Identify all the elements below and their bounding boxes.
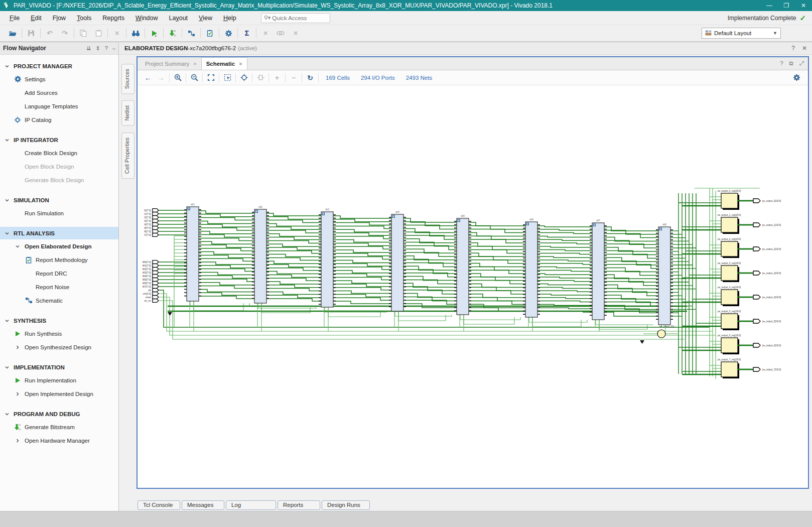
flow-item-generate-block-design[interactable]: Generate Block Design: [0, 173, 118, 187]
menu-window[interactable]: Window: [130, 13, 163, 24]
menu-help[interactable]: Help: [218, 13, 242, 24]
tab-schematic[interactable]: Schematic×: [201, 57, 247, 70]
zoom-out-button[interactable]: [188, 72, 201, 84]
stat-ports[interactable]: 294 I/O Ports: [361, 75, 395, 81]
refresh-button[interactable]: ↻: [304, 72, 317, 84]
schematic-settings-button[interactable]: [790, 72, 803, 84]
help-icon[interactable]: ?: [791, 45, 795, 52]
close-button[interactable]: ✕: [795, 0, 812, 11]
zoom-fit-button[interactable]: [204, 72, 217, 84]
schematic-output-regs[interactable]: pe_output_0_reg[19:0]pe_output_0[19:0]pe…: [679, 190, 781, 378]
flow-section-program-and-debug[interactable]: PROGRAM AND DEBUG: [0, 408, 118, 420]
flow-item-run-implementation[interactable]: Run Implementation: [0, 373, 118, 387]
flow-item-report-noise[interactable]: Report Noise: [0, 280, 118, 294]
close-context-icon[interactable]: ✕: [802, 45, 807, 52]
side-tab-netlist[interactable]: Netlist: [121, 100, 134, 126]
minus-button[interactable]: −: [287, 72, 300, 84]
expand-node-button[interactable]: [254, 72, 267, 84]
flow-item-add-sources[interactable]: Add Sources: [0, 86, 118, 99]
arrow-right-button[interactable]: →: [155, 72, 168, 84]
float-window-icon[interactable]: ⧉: [789, 60, 793, 67]
flow-section-rtl-analysis[interactable]: RTL ANALYSIS: [0, 227, 118, 239]
flow-section-implementation[interactable]: IMPLEMENTATION: [0, 361, 118, 373]
bottom-tab-reports[interactable]: Reports: [278, 500, 320, 510]
bottom-tab-design-runs[interactable]: Design Runs: [322, 500, 370, 510]
help-icon[interactable]: ?: [780, 60, 783, 67]
save-button[interactable]: [24, 27, 39, 40]
bottom-tab-messages[interactable]: Messages: [182, 500, 224, 510]
flow-item-ip-catalog[interactable]: IP Catalog: [0, 113, 118, 126]
crosshair-button[interactable]: [237, 72, 250, 84]
run-button[interactable]: [147, 27, 162, 40]
help-icon[interactable]: ?: [105, 45, 108, 52]
close-tab-icon[interactable]: ×: [193, 58, 196, 70]
flow-item-generate-bitstream[interactable]: 0110Generate Bitstream: [0, 420, 118, 434]
sigma-button[interactable]: Σ: [239, 27, 254, 40]
paste-button[interactable]: [91, 27, 106, 40]
bottom-tab-tcl-console[interactable]: Tcl Console: [138, 500, 180, 510]
run-disabled-button[interactable]: ×: [258, 27, 273, 40]
collapse-all-icon[interactable]: ⇊: [86, 45, 91, 52]
expand-all-icon[interactable]: ⇕: [96, 45, 100, 52]
redo-button[interactable]: ↷: [57, 27, 72, 40]
flow-item-settings[interactable]: Settings: [0, 72, 118, 86]
side-tab-cell-properties[interactable]: Cell Properties: [121, 133, 134, 179]
delete2-button[interactable]: ×: [288, 27, 303, 40]
flow-item-run-simulation[interactable]: Run Simulation: [0, 206, 118, 220]
maximize-button[interactable]: ❐: [778, 0, 795, 11]
stat-cells[interactable]: 169 Cells: [326, 75, 350, 81]
minimize-button[interactable]: —: [761, 0, 778, 11]
gear-icon: [225, 30, 232, 37]
flow-item-create-block-design[interactable]: Create Block Design: [0, 146, 118, 160]
flow-item-language-templates[interactable]: Language Templates: [0, 99, 118, 113]
flow-section-project-manager[interactable]: PROJECT MANAGER: [0, 60, 118, 72]
close-tab-icon[interactable]: ×: [239, 58, 242, 70]
menu-file[interactable]: File: [4, 13, 25, 24]
flow-item-schematic[interactable]: Schematic: [0, 294, 118, 307]
flow-item-open-implemented-design[interactable]: Open Implemented Design: [0, 387, 118, 401]
quick-access-box[interactable]: ⚲▾: [261, 13, 330, 23]
flow-section-synthesis[interactable]: SYNTHESIS: [0, 314, 118, 327]
open-folder-button[interactable]: [5, 27, 20, 40]
maximize-panel-icon[interactable]: ⤢: [799, 60, 804, 67]
flow-item-report-methodology[interactable]: Report Methodology: [0, 253, 118, 267]
gear-button[interactable]: [221, 27, 236, 40]
link-button[interactable]: [273, 27, 288, 40]
binoculars-button[interactable]: [128, 27, 143, 40]
quick-access-input[interactable]: [272, 15, 322, 21]
arrow-left-button[interactable]: ←: [142, 72, 155, 84]
side-tab-sources[interactable]: Sources: [121, 64, 134, 94]
menu-flow[interactable]: Flow: [47, 13, 71, 24]
report-check-button[interactable]: [202, 27, 217, 40]
menu-layout[interactable]: Layout: [164, 13, 194, 24]
flow-section-simulation[interactable]: SIMULATION: [0, 194, 118, 206]
layout-select[interactable]: Default Layout ▼: [702, 28, 781, 39]
bitstream-button[interactable]: 0110: [165, 27, 180, 40]
tab-project-summary[interactable]: Project Summary×: [141, 57, 201, 70]
flow-item-run-synthesis[interactable]: Run Synthesis: [0, 327, 118, 340]
undo-button[interactable]: ↶: [42, 27, 57, 40]
stat-nets[interactable]: 2493 Nets: [406, 75, 432, 81]
schematic-button[interactable]: [184, 27, 199, 40]
flow-item-report-drc[interactable]: Report DRC: [0, 267, 118, 280]
menu-view[interactable]: View: [193, 13, 218, 24]
minimize-panel-icon[interactable]: –: [112, 45, 115, 52]
schematic-svg[interactable]: I0[7:0]I1[7:0]I2[7:0]I3[7:0]I4[7:0]I5[7:…: [138, 85, 808, 488]
zoom-sel-button[interactable]: [221, 72, 234, 84]
flow-section-ip-integrator[interactable]: IP INTEGRATOR: [0, 134, 118, 146]
flow-item-open-block-design[interactable]: Open Block Design: [0, 160, 118, 173]
schematic-canvas[interactable]: I0[7:0]I1[7:0]I2[7:0]I3[7:0]I4[7:0]I5[7:…: [138, 85, 808, 488]
menu-reports[interactable]: Reports: [97, 13, 130, 24]
bottom-tab-log[interactable]: Log: [226, 500, 276, 510]
binoculars-icon: [131, 30, 140, 37]
flow-item-open-elaborated-design[interactable]: Open Elaborated Design: [0, 239, 118, 253]
copy-button[interactable]: [76, 27, 91, 40]
menu-edit[interactable]: Edit: [25, 13, 47, 24]
flow-item-open-synthesized-design[interactable]: Open Synthesized Design: [0, 340, 118, 354]
menu-tools[interactable]: Tools: [71, 13, 97, 24]
delete-button[interactable]: ×: [109, 27, 124, 40]
vivado-logo-icon: [3, 2, 11, 10]
zoom-in-button[interactable]: [171, 72, 184, 84]
flow-item-open-hardware-manager[interactable]: Open Hardware Manager: [0, 434, 118, 447]
plus-button[interactable]: +: [270, 72, 284, 84]
